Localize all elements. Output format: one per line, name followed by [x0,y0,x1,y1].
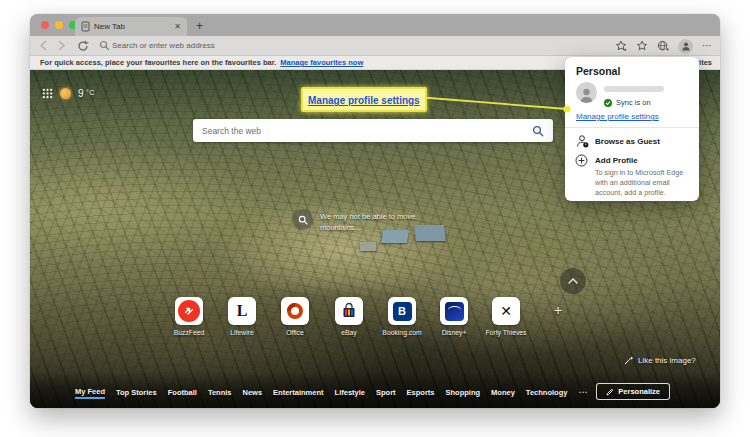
profile-avatar [576,82,597,103]
booking-logo-icon: B [393,302,412,321]
house-shape [360,242,376,251]
address-search-icon [99,40,110,51]
manage-favourites-link[interactable]: Manage favourites now [280,58,363,67]
profile-button[interactable] [678,39,693,54]
screenshot-frame: New Tab ✕ + Search or enter web address [0,0,750,437]
feed-more-icon[interactable]: ⋯ [578,387,588,399]
sync-status: Sync is on [604,98,651,107]
feed-tab-my-feed[interactable]: My Feed [75,387,105,399]
weather-widget[interactable]: 9 °C [42,88,94,99]
add-favourite-icon[interactable] [615,40,627,52]
add-profile-description: To sign in to Microsoft Edge with an add… [595,168,691,198]
feed-tab-entertainment[interactable]: Entertainment [273,388,323,399]
ebay-logo-icon [340,302,358,320]
tab-close-icon[interactable]: ✕ [174,23,181,31]
feed-tab-lifestyle[interactable]: Lifestyle [335,388,365,399]
search-box[interactable] [193,119,553,142]
quick-link-forty-thieves[interactable]: ✕ [492,297,520,325]
redacted-account-name [604,86,664,92]
like-icon [624,356,633,365]
sync-check-icon [604,99,612,107]
manage-profile-settings-link[interactable]: Manage profile settings [576,112,659,121]
annotation-callout: Manage profile settings [301,87,427,112]
feed-tab-money[interactable]: Money [491,388,515,399]
page-icon [81,21,90,32]
feed-tab-sport[interactable]: Sport [376,388,396,399]
new-tab-button[interactable]: + [196,17,203,35]
forty-thieves-logo-icon: ✕ [500,304,512,318]
quick-link-buzzfeed[interactable] [175,297,203,325]
buzzfeed-logo-icon [178,300,200,322]
add-profile-item[interactable]: Add Profile [595,156,638,165]
sun-icon [60,88,71,99]
chevron-up-icon [568,278,578,284]
person-icon [578,86,595,103]
annotation-callout-label: Manage profile settings [308,95,420,106]
temperature-label: 9 °C [78,88,94,99]
feed-tab-news[interactable]: News [243,388,263,399]
feed-tab-football[interactable]: Football [168,388,197,399]
profile-avatar-icon [681,41,691,51]
collapse-feed-button[interactable] [560,268,586,294]
tab-new-tab[interactable]: New Tab ✕ [75,17,187,36]
feed-tab-top-stories[interactable]: Top Stories [116,388,157,399]
feed-tab-esports[interactable]: Esports [407,388,435,399]
quick-link-office[interactable] [281,297,309,325]
forward-icon[interactable] [56,40,67,51]
search-input[interactable] [202,126,532,136]
add-profile-icon [575,154,588,167]
like-image-prompt[interactable]: Like this image? [624,356,696,365]
feed-tab-tennis[interactable]: Tennis [208,388,232,399]
window-controls [41,21,77,29]
sync-status-label: Sync is on [616,98,651,107]
search-icon[interactable] [532,125,544,137]
settings-more-icon[interactable]: ⋯ [702,41,713,51]
quick-link-ebay[interactable] [335,297,363,325]
favourites-icon[interactable] [636,40,648,52]
personalize-button[interactable]: Personalize [596,383,670,400]
profile-dropdown: Personal Sync is on Manage profile setti… [565,57,699,201]
menu-divider [565,127,699,128]
like-image-label: Like this image? [638,356,696,365]
back-icon[interactable] [38,40,49,51]
quick-link-label: Forty Thieves [474,329,538,336]
quick-link-lifewire[interactable]: L [228,297,256,325]
quick-link-booking[interactable]: B [388,297,416,325]
toolbar: Search or enter web address [30,36,720,56]
quick-link-disney[interactable] [440,297,468,325]
image-caption[interactable]: We may not be able to move mountains... [292,209,448,234]
address-bar[interactable]: Search or enter web address [112,36,215,56]
browse-as-guest-item[interactable]: Browse as Guest [595,137,660,146]
image-caption-text: We may not be able to move mountains... [320,211,448,234]
personalize-label: Personalize [618,387,660,396]
refresh-icon[interactable] [77,40,89,52]
close-window-button[interactable] [41,21,49,29]
office-logo-icon [286,302,304,320]
feed-tab-technology[interactable]: Technology [526,388,568,399]
toolbar-right-icons: ⋯ [615,36,713,56]
pencil-icon [606,388,614,396]
feed-tab-shopping[interactable]: Shopping [446,388,481,399]
title-bar: New Tab ✕ + [30,14,720,36]
favourites-bar-message: For quick access, place your favourites … [40,58,276,67]
browser-window: New Tab ✕ + Search or enter web address [30,14,720,408]
image-info-icon[interactable] [292,209,313,230]
minimize-window-button[interactable] [55,21,63,29]
browser-essentials-icon[interactable] [657,40,669,52]
tab-title: New Tab [94,22,170,31]
lifewire-logo-icon: L [237,303,248,319]
disney-plus-logo-icon [445,302,464,321]
profile-menu-title: Personal [576,65,620,77]
apps-grid-icon[interactable] [42,88,53,99]
guest-icon [575,134,589,148]
add-site-button[interactable]: + [549,301,567,319]
